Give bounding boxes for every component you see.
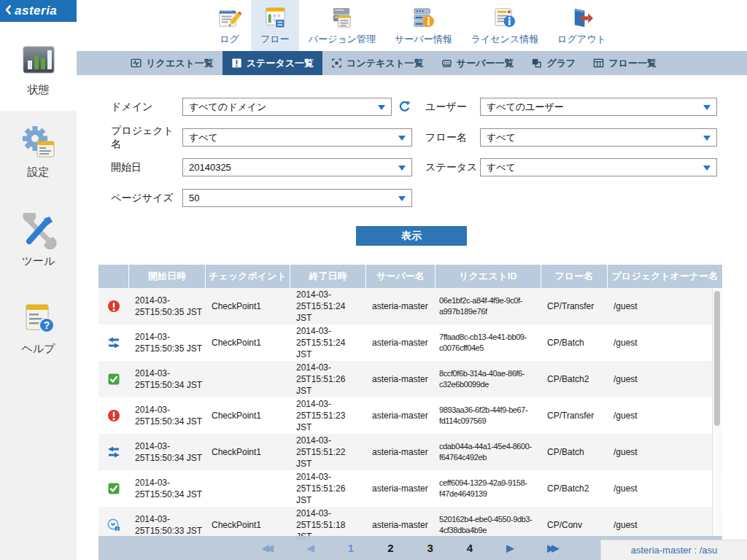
filter-row-domain: ドメインすべてのドメイン: [111, 98, 411, 116]
cell-owner: /guest: [608, 470, 722, 507]
table-row[interactable]: 2014-03- 25T15:50:35 JSTCheckPoint12014-…: [98, 324, 722, 361]
topnav-item-license-info[interactable]: ライセンス情報: [462, 0, 549, 51]
filter-start-date-value: 20140325: [189, 162, 231, 173]
table-row[interactable]: 2014-03- 25T15:50:34 JSTCheckPoint12014-…: [98, 397, 722, 434]
column-header-checkpoint: チェックポイント: [206, 265, 290, 288]
subnav-tab-server-list[interactable]: サーバー一覧: [433, 51, 523, 75]
filter-user-select[interactable]: すべてのユーザー: [480, 98, 717, 116]
filter-start-date-select[interactable]: 20140325: [182, 158, 412, 176]
filter-row-project-name: プロジェクト名すべて: [111, 128, 412, 147]
table-row[interactable]: 2014-03- 25T15:50:34 JST2014-03- 25T15:5…: [98, 470, 722, 507]
table-row[interactable]: 2014-03- 25T15:50:34 JSTCheckPoint12014-…: [98, 434, 722, 470]
cell-server: asteria-master: [366, 324, 436, 361]
top-navigation: ログフローバージョン管理サーバー情報ライセンス情報ログアウト: [77, 0, 747, 51]
sidebar-item-label: 設定: [28, 166, 50, 179]
filter-row-user: ユーザーすべてのユーザー: [425, 98, 717, 116]
page-button-4[interactable]: 4: [467, 542, 473, 553]
filter-row-page-size: ページサイズ50: [111, 189, 412, 207]
cell-request-id: 7ffaad8c-cb13-4e41-bb09- c0076cff04e5: [436, 324, 541, 361]
cell-checkpoint: CheckPoint1: [206, 434, 290, 470]
cell-flow: CP/Batch: [541, 324, 608, 361]
chevron-down-icon: [378, 105, 385, 110]
cell-checkpoint: CheckPoint1: [206, 288, 290, 324]
sidebar-item-settings[interactable]: 設定: [0, 124, 77, 179]
column-header-start: 開始日時: [129, 265, 206, 288]
subnav-tab-context-list[interactable]: コンテキスト一覧: [322, 51, 433, 75]
context-list-icon: [331, 58, 342, 69]
cell-flow: CP/Batch2: [541, 361, 608, 397]
topnav-item-label: ログアウト: [557, 33, 606, 46]
table-scrollbar[interactable]: [712, 288, 721, 543]
column-header-request_id: リクエストID: [436, 265, 541, 288]
column-header-server: サーバー名: [366, 265, 436, 288]
connection-status-text: asteria-master : /asu: [631, 545, 718, 556]
filter-status-label: ステータス: [425, 161, 480, 174]
transfer-status-icon: [98, 434, 129, 470]
sidebar-item-tools[interactable]: ツール: [0, 213, 77, 268]
chevron-down-icon: [703, 105, 711, 110]
filter-start-date-label: 開始日: [111, 161, 182, 174]
filter-status-select[interactable]: すべて: [480, 158, 717, 176]
filter-domain-select[interactable]: すべてのドメイン: [182, 98, 392, 116]
sub-navigation: リクエスト一覧ステータス一覧コンテキスト一覧サーバー一覧グラフフロー一覧: [77, 51, 747, 75]
filter-user-value: すべてのユーザー: [487, 101, 564, 114]
status-chart-icon: [20, 42, 57, 78]
filter-row-start-date: 開始日20140325: [111, 158, 412, 176]
cell-start: 2014-03- 25T15:50:34 JST: [129, 397, 206, 434]
cell-checkpoint: CheckPoint1: [206, 397, 290, 434]
refresh-icon[interactable]: [398, 101, 411, 113]
cell-checkpoint: [206, 470, 290, 507]
next-page-button[interactable]: ▶: [506, 543, 514, 553]
subnav-tab-flow-list[interactable]: フロー一覧: [584, 51, 665, 75]
table-body: 2014-03- 25T15:50:35 JSTCheckPoint12014-…: [98, 288, 722, 543]
filter-project-name-select[interactable]: すべて: [182, 128, 412, 147]
connection-status: asteria-master : /asu: [600, 540, 747, 560]
cell-server: asteria-master: [366, 361, 436, 397]
server-info-icon: [411, 6, 436, 30]
filter-page-size-select[interactable]: 50: [182, 189, 412, 207]
cell-owner: /guest: [608, 288, 722, 324]
cell-end: 2014-03- 25T15:51:22 JST: [290, 434, 366, 470]
flow-list-icon: [593, 58, 604, 69]
topnav-item-label: サーバー情報: [395, 33, 452, 46]
topnav-item-server-info[interactable]: サーバー情報: [385, 0, 462, 51]
topnav-item-version[interactable]: バージョン管理: [299, 0, 385, 51]
cell-end: 2014-03- 25T15:51:24 JST: [290, 288, 366, 324]
chevron-down-icon: [703, 166, 711, 171]
last-page-button[interactable]: ▶▶: [547, 543, 559, 553]
cell-request-id: 8ccf0f6b-314a-40ae-86f6- c32e6b0099de: [436, 361, 541, 397]
topnav-item-log[interactable]: ログ: [208, 0, 251, 51]
chevron-down-icon: [398, 166, 406, 171]
column-header-flow: フロー名: [541, 265, 608, 288]
graph-icon: [531, 58, 542, 69]
topnav-item-flow[interactable]: フロー: [251, 0, 299, 51]
cell-flow: CP/Batch: [541, 434, 608, 470]
status-list-icon: [231, 58, 242, 69]
subnav-tab-label: コンテキスト一覧: [347, 57, 424, 70]
success-status-icon: [98, 470, 129, 507]
cell-server: asteria-master: [366, 434, 436, 470]
show-button[interactable]: 表示: [356, 226, 467, 246]
cell-owner: /guest: [608, 324, 722, 361]
sidebar-item-help[interactable]: ?ヘルプ: [0, 300, 77, 356]
version-icon: [330, 6, 354, 30]
topnav-item-logout[interactable]: ログアウト: [548, 0, 616, 51]
subnav-tab-request-list[interactable]: リクエスト一覧: [122, 51, 222, 75]
filter-flow-name-select[interactable]: すべて: [480, 128, 717, 147]
table-row[interactable]: 2014-03- 25T15:50:34 JST2014-03- 25T15:5…: [98, 361, 722, 397]
page-button-3[interactable]: 3: [427, 542, 433, 553]
topnav-item-label: バージョン管理: [309, 33, 376, 46]
logout-icon: [570, 6, 594, 30]
subnav-tab-graph[interactable]: グラフ: [522, 51, 584, 75]
scrollbar-thumb[interactable]: [714, 291, 720, 426]
sidebar-item-status[interactable]: 状態: [0, 42, 77, 97]
cell-end: 2014-03- 25T15:51:23 JST: [290, 397, 366, 434]
subnav-tab-status-list[interactable]: ステータス一覧: [222, 51, 322, 75]
cell-request-id: cdab044a-44a1-45e4-8600- f64764c492eb: [436, 434, 541, 470]
cell-flow: CP/Transfer: [541, 288, 608, 324]
sidebar: asteria 状態設定ツール?ヘルプ: [0, 0, 77, 560]
filter-page-size-label: ページサイズ: [111, 192, 182, 205]
table-row[interactable]: 2014-03- 25T15:50:35 JSTCheckPoint12014-…: [98, 288, 722, 324]
page-button-2[interactable]: 2: [387, 542, 393, 553]
filter-status-value: すべて: [487, 161, 516, 174]
